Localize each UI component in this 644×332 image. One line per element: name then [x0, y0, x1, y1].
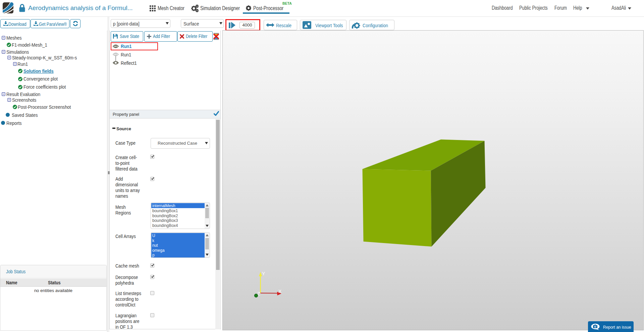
svg-text:X: X — [278, 289, 282, 294]
svg-text:Y: Y — [262, 271, 265, 276]
